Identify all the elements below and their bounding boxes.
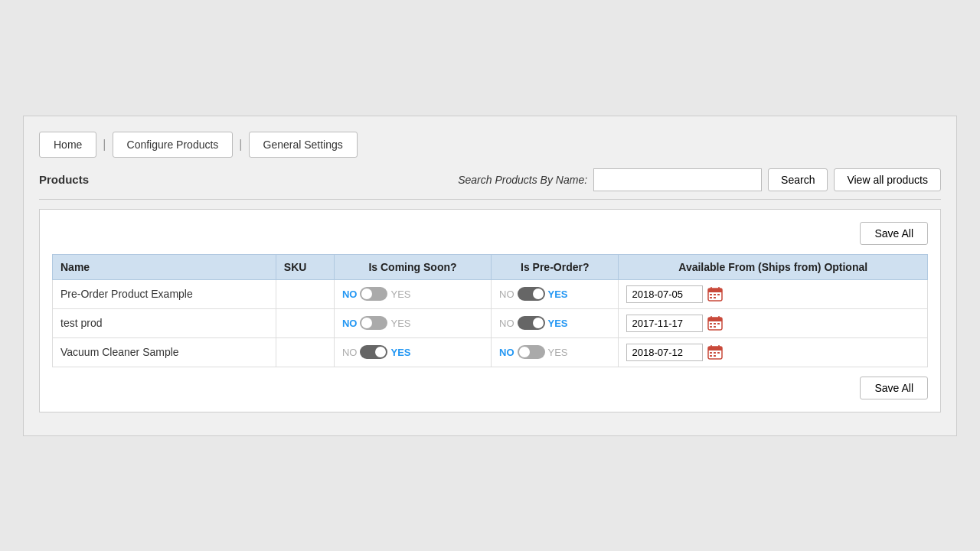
search-input[interactable] [593,168,762,191]
cell-available-from [619,337,928,367]
svg-rect-16 [714,323,716,324]
col-header-available: Available From (Ships from) Optional [619,254,928,279]
svg-rect-6 [714,294,716,295]
col-header-name: Name [53,254,276,279]
cell-name: Pre-Order Product Example [53,279,276,308]
coming-soon-yes-label: YES [390,289,410,300]
pre-order-toggle-switch[interactable] [518,287,545,301]
coming-soon-toggle-container: NO YES [342,316,483,330]
nav-separator-1: | [103,138,106,152]
coming-soon-toggle-switch[interactable] [360,316,387,330]
pre-order-no-label: NO [499,289,514,300]
calendar-icon[interactable] [707,344,723,360]
table-row: test prod NO YES NO YES [53,308,928,337]
svg-rect-8 [710,297,712,298]
coming-soon-yes-label: YES [390,318,410,329]
cell-name: test prod [53,308,276,337]
table-row: Pre-Order Product Example NO YES NO YES [53,279,928,308]
configure-products-button[interactable]: Configure Products [113,132,234,158]
cell-coming-soon: NO YES [334,308,491,337]
coming-soon-no-label: NO [342,289,358,300]
svg-rect-29 [714,355,716,357]
pre-order-toggle-switch[interactable] [518,345,545,359]
general-settings-button[interactable]: General Settings [249,132,358,158]
col-header-pre-order: Is Pre-Order? [492,254,619,279]
coming-soon-toggle-container: NO YES [342,345,483,359]
cell-coming-soon: NO YES [334,279,491,308]
svg-rect-25 [710,352,712,354]
coming-soon-toggle-switch[interactable] [360,287,387,301]
pre-order-toggle-container: NO YES [499,287,610,301]
cell-sku [276,279,334,308]
table-row: Vacuum Cleaner Sample NO YES NO YES [53,337,928,367]
save-all-top-container: Save All [52,222,928,245]
svg-rect-22 [708,349,722,350]
date-field [626,285,920,303]
pre-order-toggle-container: NO YES [499,345,610,359]
pre-order-toggle-container: NO YES [499,316,610,330]
products-table: Name SKU Is Coming Soon? Is Pre-Order? A… [52,254,928,367]
svg-rect-15 [710,323,712,324]
col-header-coming-soon: Is Coming Soon? [334,254,491,279]
svg-rect-28 [710,355,712,357]
pre-order-yes-label: YES [548,347,568,358]
svg-rect-27 [717,352,720,354]
coming-soon-yes-label: YES [390,347,410,358]
date-field [626,344,920,361]
calendar-icon[interactable] [707,315,723,331]
search-button[interactable]: Search [768,168,828,191]
svg-rect-9 [714,297,716,298]
svg-rect-5 [710,294,712,295]
search-products-label: Search Products By Name: [458,174,587,186]
calendar-icon[interactable] [707,286,723,302]
search-bar: Products Search Products By Name: Search… [39,168,941,191]
cell-pre-order: NO YES [492,279,619,308]
pre-order-yes-label: YES [548,289,568,300]
cell-available-from [619,279,928,308]
svg-rect-18 [710,326,712,328]
divider [39,199,941,200]
pre-order-yes-label: YES [548,318,568,329]
svg-rect-19 [714,326,716,328]
col-header-sku: SKU [276,254,334,279]
date-input[interactable] [626,344,703,361]
cell-sku [276,308,334,337]
view-all-products-button[interactable]: View all products [834,168,941,191]
nav-separator-2: | [239,138,242,152]
date-field [626,315,920,332]
pre-order-toggle-switch[interactable] [518,316,545,330]
date-input[interactable] [626,285,703,303]
svg-rect-7 [717,294,720,295]
nav-bar: Home | Configure Products | General Sett… [39,132,941,158]
cell-sku [276,337,334,367]
svg-rect-17 [717,323,720,324]
content-box: Save All Name SKU Is Coming Soon? Is Pre… [39,209,941,412]
cell-pre-order: NO YES [492,308,619,337]
coming-soon-toggle-container: NO YES [342,287,483,301]
cell-coming-soon: NO YES [334,337,491,367]
cell-name: Vacuum Cleaner Sample [53,337,276,367]
save-all-bottom-button[interactable]: Save All [860,377,928,399]
svg-rect-2 [708,291,722,292]
pre-order-no-label: NO [499,347,514,358]
products-label: Products [39,173,89,186]
search-right: Search Products By Name: Search View all… [458,168,941,191]
pre-order-no-label: NO [499,318,514,329]
svg-rect-12 [708,320,722,321]
coming-soon-no-label: NO [342,318,358,329]
home-button[interactable]: Home [39,132,96,158]
save-all-top-button[interactable]: Save All [860,222,928,245]
cell-available-from [619,308,928,337]
coming-soon-toggle-switch[interactable] [360,345,387,359]
table-header-row: Name SKU Is Coming Soon? Is Pre-Order? A… [53,254,928,279]
date-input[interactable] [626,315,703,332]
svg-rect-26 [714,352,716,354]
coming-soon-no-label: NO [342,347,358,358]
cell-pre-order: NO YES [492,337,619,367]
save-all-bottom-container: Save All [52,377,928,399]
